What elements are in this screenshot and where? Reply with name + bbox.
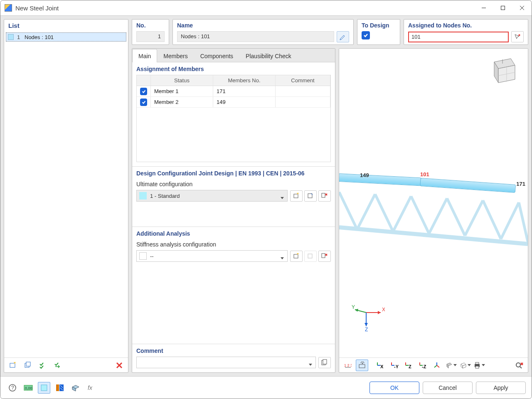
svg-rect-21 <box>322 254 325 258</box>
to-design-label: To Design <box>362 22 396 29</box>
toggle-check-button[interactable] <box>52 360 64 371</box>
edit-stiffness-button <box>304 251 317 262</box>
view-z-button[interactable]: Z <box>402 360 415 371</box>
reset-zoom-button[interactable] <box>513 360 525 371</box>
comment-dropdown[interactable] <box>136 357 316 368</box>
nav-cube[interactable] <box>488 54 520 86</box>
check-all-button[interactable] <box>37 360 49 371</box>
to-design-field-box: To Design <box>357 19 400 45</box>
svg-point-77 <box>516 363 520 367</box>
row-comment <box>276 86 330 96</box>
edit-config-button[interactable] <box>304 190 317 202</box>
col-members-no: Members No. <box>213 75 276 86</box>
svg-rect-12 <box>294 194 298 198</box>
additional-analysis-section: Additional Analysis Stiffness analysis c… <box>132 227 335 344</box>
new-config-button[interactable] <box>290 190 303 202</box>
tab-components[interactable]: Components <box>194 49 239 62</box>
col-check <box>137 75 151 86</box>
assigned-nodes-field-box: Assigned to Nodes No. 101 <box>404 19 528 45</box>
svg-line-78 <box>520 367 522 368</box>
svg-line-68 <box>437 365 439 367</box>
row-members-no: 149 <box>213 97 276 107</box>
no-input[interactable]: 1 <box>136 31 165 42</box>
svg-rect-1 <box>501 6 505 10</box>
maximize-button[interactable] <box>493 0 512 16</box>
svg-text:Z: Z <box>409 364 411 369</box>
pick-config-button[interactable] <box>318 190 331 202</box>
assigned-nodes-input[interactable]: 101 <box>408 32 509 42</box>
edit-name-button[interactable] <box>337 31 349 42</box>
show-dimensions-button[interactable] <box>356 360 368 371</box>
view-x-button[interactable]: X <box>374 360 387 371</box>
svg-rect-87 <box>59 384 64 391</box>
row-checkbox[interactable] <box>137 86 151 96</box>
pick-stiffness-button[interactable] <box>318 251 331 262</box>
comment-library-button[interactable] <box>318 357 331 368</box>
svg-line-38 <box>447 198 465 236</box>
numbering-button[interactable]: 1 2 3 <box>342 360 354 371</box>
delete-item-button[interactable] <box>113 360 126 371</box>
svg-rect-52 <box>359 365 365 368</box>
tab-main[interactable]: Main <box>132 49 157 62</box>
assignment-section: Assignment of Members Status Members No.… <box>132 62 335 166</box>
grid-header: Status Members No. Comment <box>137 75 330 86</box>
formula-button[interactable]: fx <box>85 382 98 394</box>
stiffness-value: -- <box>150 253 154 259</box>
row-status: Member 1 <box>151 86 213 96</box>
stiffness-dropdown[interactable]: -- <box>136 250 288 262</box>
list-header: List <box>4 20 128 32</box>
right-side: No. 1 Name Nodes : 101 To Design Assigne… <box>132 19 528 373</box>
svg-rect-76 <box>475 366 479 368</box>
isometric-button[interactable] <box>431 360 443 371</box>
view-neg-z-button[interactable]: -Z <box>416 360 429 371</box>
svg-rect-75 <box>475 362 479 364</box>
ultimate-config-dropdown[interactable]: 1 - Standard <box>136 190 288 202</box>
new-stiffness-button[interactable] <box>290 251 303 262</box>
col-comment: Comment <box>276 75 330 86</box>
axis-y-label: Y <box>352 304 355 310</box>
svg-text:1 2 3: 1 2 3 <box>344 363 352 367</box>
svg-marker-72 <box>461 364 463 368</box>
svg-rect-7 <box>26 362 30 366</box>
apply-button[interactable]: Apply <box>476 382 526 394</box>
grid-empty-area <box>137 108 330 162</box>
table-row[interactable]: Member 1 171 <box>137 86 330 97</box>
3d-view-button[interactable] <box>69 382 82 394</box>
content-row: Main Members Components Plausibility Che… <box>132 48 528 373</box>
no-label: No. <box>136 22 165 29</box>
table-row[interactable]: Member 2 149 <box>137 97 330 108</box>
svg-line-41 <box>501 202 519 239</box>
ok-button[interactable]: OK <box>369 382 419 394</box>
list-item[interactable]: 1 Nodes : 101 <box>6 32 126 42</box>
print-view-button[interactable] <box>473 360 485 371</box>
comment-title: Comment <box>136 347 331 354</box>
view-canvas[interactable]: 149 101 171 X Y Z <box>339 49 528 357</box>
row-checkbox[interactable] <box>137 97 151 107</box>
member-view-button[interactable] <box>54 382 66 394</box>
close-button[interactable] <box>512 0 532 16</box>
dialog-window: New Steel Joint List 1 Nodes : 101 <box>0 0 532 399</box>
title-bar: New Steel Joint <box>0 0 532 16</box>
cancel-button[interactable]: Cancel <box>423 382 473 394</box>
axis-triad: X Y Z <box>352 302 385 332</box>
render-solid-button[interactable] <box>445 360 457 371</box>
copy-item-button[interactable] <box>22 360 34 371</box>
tab-members[interactable]: Members <box>157 49 194 62</box>
to-design-checkbox[interactable] <box>362 31 370 39</box>
no-field-box: No. 1 <box>132 19 169 45</box>
pick-node-button[interactable] <box>511 31 524 42</box>
view-y-button[interactable]: -Y <box>388 360 401 371</box>
render-wireframe-button[interactable] <box>459 360 471 371</box>
svg-text:X: X <box>380 364 384 369</box>
svg-line-42 <box>519 202 528 242</box>
list-panel: List 1 Nodes : 101 <box>4 19 128 373</box>
color-button[interactable] <box>38 382 50 394</box>
app-icon <box>5 4 12 12</box>
help-button[interactable]: ? <box>6 382 19 394</box>
tab-plausibility[interactable]: Plausibility Check <box>239 49 298 62</box>
minimize-button[interactable] <box>474 0 493 16</box>
new-item-button[interactable] <box>7 360 19 371</box>
name-input[interactable]: Nodes : 101 <box>177 31 334 42</box>
units-button[interactable]: 0,00 <box>22 382 34 394</box>
svg-line-67 <box>434 365 437 367</box>
